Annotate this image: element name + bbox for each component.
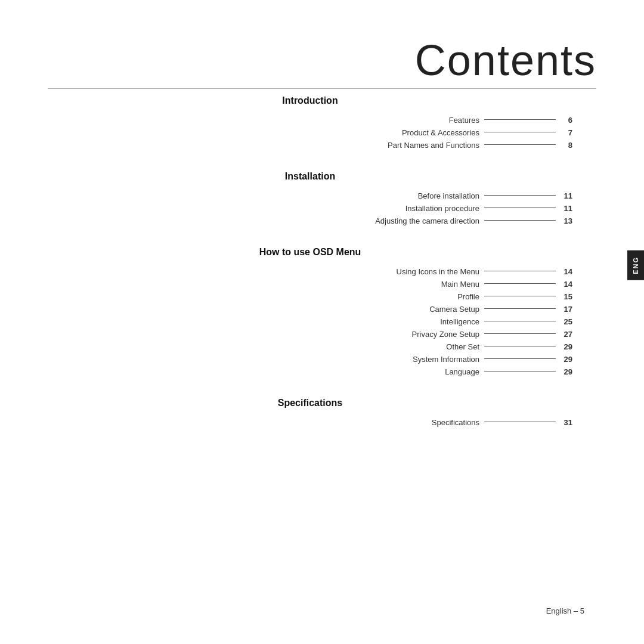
- toc-row[interactable]: Specifications31: [48, 418, 572, 427]
- toc-row[interactable]: Main Menu14: [48, 280, 572, 289]
- toc-page-number: 25: [561, 317, 572, 326]
- footer-text: English – 5: [546, 606, 584, 615]
- toc-page-number: 27: [561, 330, 572, 339]
- toc-row[interactable]: Profile15: [48, 292, 572, 301]
- toc-row[interactable]: Language29: [48, 367, 572, 376]
- toc-item-label: Part Names and Functions: [388, 141, 479, 150]
- toc-row[interactable]: Camera Setup17: [48, 305, 572, 314]
- toc-item-label: Profile: [457, 292, 479, 301]
- toc-row[interactable]: Features6: [48, 116, 572, 125]
- section-introduction: IntroductionFeatures6Product & Accessori…: [48, 95, 572, 150]
- toc-dots: [484, 296, 556, 296]
- toc-item-label: Using Icons in the Menu: [397, 267, 479, 276]
- toc-dots: [484, 371, 556, 371]
- toc-row[interactable]: Product & Accessories7: [48, 128, 572, 137]
- toc-item-label: Specifications: [432, 418, 479, 427]
- toc-item-label: Intelligence: [440, 317, 479, 326]
- toc-item-label: Main Menu: [441, 280, 479, 289]
- section-heading-installation: Installation: [48, 171, 572, 182]
- language-tab: ENG: [627, 250, 644, 280]
- section-specifications: SpecificationsSpecifications31: [48, 398, 572, 427]
- toc-row[interactable]: Other Set29: [48, 342, 572, 351]
- section-osd-menu: How to use OSD MenuUsing Icons in the Me…: [48, 247, 572, 376]
- toc-item-label: Other Set: [446, 342, 479, 351]
- toc-dots: [484, 208, 556, 208]
- toc-page-number: 14: [561, 267, 572, 276]
- toc-dots: [484, 422, 556, 422]
- toc-row[interactable]: System Information29: [48, 355, 572, 364]
- toc-dots: [484, 308, 556, 309]
- toc-dots: [484, 132, 556, 132]
- toc-dots: [484, 119, 556, 120]
- toc-dots: [484, 283, 556, 284]
- toc-page-number: 29: [561, 342, 572, 351]
- toc-dots: [484, 271, 556, 271]
- toc-dots: [484, 333, 556, 334]
- toc-item-label: Product & Accessories: [402, 128, 479, 137]
- toc-item-label: Installation procedure: [405, 204, 479, 213]
- toc-page-number: 11: [561, 191, 572, 200]
- toc-item-label: Privacy Zone Setup: [412, 330, 479, 339]
- toc-page-number: 31: [561, 418, 572, 427]
- toc-page-number: 6: [561, 116, 572, 125]
- toc-page-number: 29: [561, 367, 572, 376]
- toc-page-number: 17: [561, 305, 572, 314]
- toc-content: IntroductionFeatures6Product & Accessori…: [48, 95, 572, 448]
- toc-dots: [484, 144, 556, 145]
- toc-dots: [484, 195, 556, 196]
- toc-page-number: 15: [561, 292, 572, 301]
- toc-item-label: Adjusting the camera direction: [375, 216, 479, 225]
- toc-row[interactable]: Using Icons in the Menu14: [48, 267, 572, 276]
- toc-row[interactable]: Adjusting the camera direction13: [48, 216, 572, 225]
- section-heading-osd-menu: How to use OSD Menu: [48, 247, 572, 258]
- toc-dots: [484, 220, 556, 221]
- toc-dots: [484, 321, 556, 321]
- toc-row[interactable]: Part Names and Functions8: [48, 141, 572, 150]
- title-section: Contents: [415, 36, 596, 85]
- toc-page-number: 29: [561, 355, 572, 364]
- toc-row[interactable]: Installation procedure11: [48, 204, 572, 213]
- toc-dots: [484, 358, 556, 359]
- section-installation: InstallationBefore installation11Install…: [48, 171, 572, 225]
- toc-dots: [484, 346, 556, 346]
- toc-page-number: 13: [561, 216, 572, 225]
- toc-item-label: System Information: [413, 355, 479, 364]
- section-heading-specifications: Specifications: [48, 398, 572, 408]
- page-title: Contents: [415, 36, 596, 85]
- toc-page-number: 14: [561, 280, 572, 289]
- toc-item-label: Features: [449, 116, 479, 125]
- toc-row[interactable]: Before installation11: [48, 191, 572, 200]
- toc-item-label: Before installation: [418, 191, 479, 200]
- toc-row[interactable]: Intelligence25: [48, 317, 572, 326]
- toc-page-number: 8: [561, 141, 572, 150]
- toc-item-label: Camera Setup: [429, 305, 479, 314]
- toc-row[interactable]: Privacy Zone Setup27: [48, 330, 572, 339]
- toc-page-number: 11: [561, 204, 572, 213]
- page: Contents IntroductionFeatures6Product & …: [0, 0, 644, 644]
- section-heading-introduction: Introduction: [48, 95, 572, 106]
- toc-item-label: Language: [445, 367, 479, 376]
- title-underline: [48, 88, 596, 89]
- toc-page-number: 7: [561, 128, 572, 137]
